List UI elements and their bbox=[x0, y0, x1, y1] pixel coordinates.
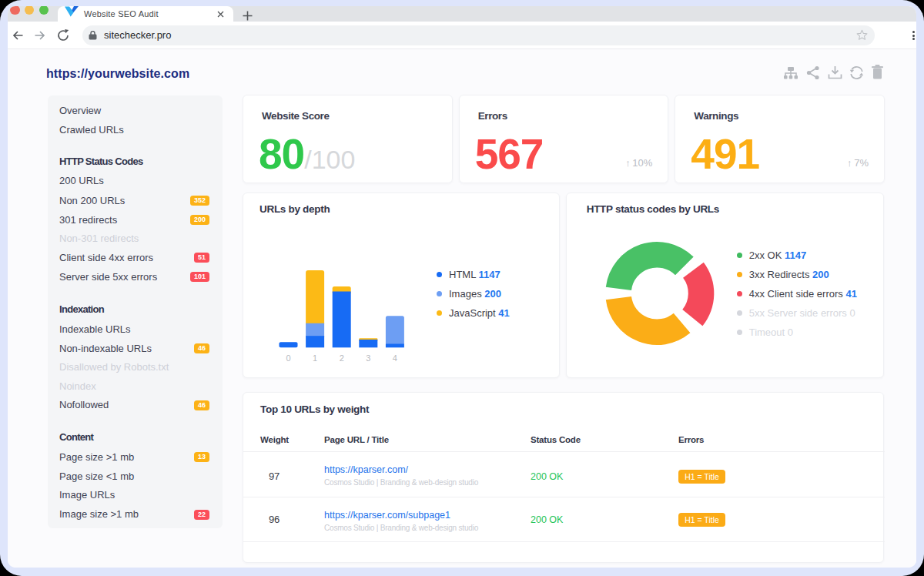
svg-text:3: 3 bbox=[366, 353, 370, 363]
svg-text:2: 2 bbox=[340, 353, 344, 363]
svg-text:1: 1 bbox=[313, 353, 317, 363]
svg-text:4: 4 bbox=[393, 353, 397, 363]
svg-text:0: 0 bbox=[286, 353, 290, 363]
